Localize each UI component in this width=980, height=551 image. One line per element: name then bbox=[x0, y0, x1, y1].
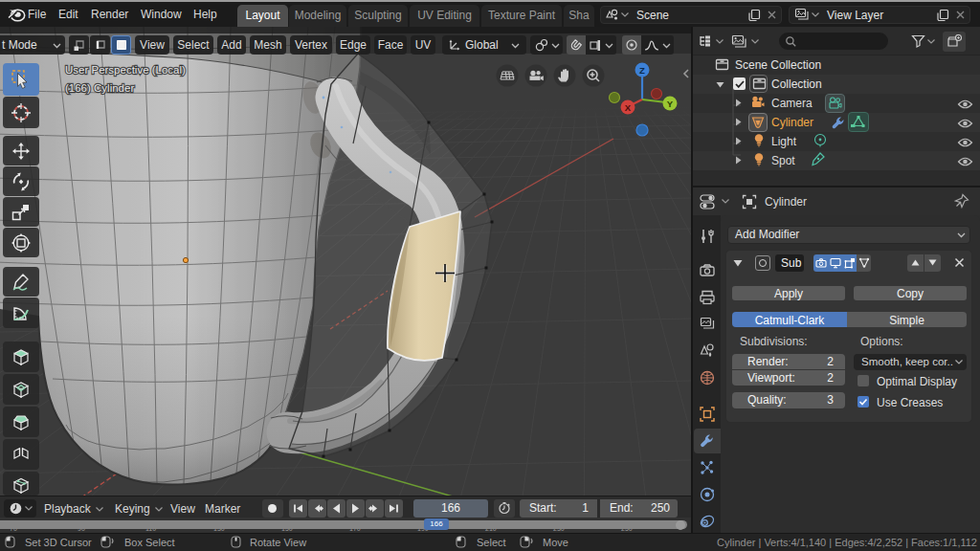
svg-text:Y: Y bbox=[667, 99, 674, 109]
svg-text:Z: Z bbox=[639, 65, 645, 76]
svg-text:User Perspective (Local): User Perspective (Local) bbox=[65, 64, 186, 76]
svg-text:(166) Cylinder: (166) Cylinder bbox=[65, 82, 134, 94]
svg-text:X: X bbox=[625, 102, 632, 113]
